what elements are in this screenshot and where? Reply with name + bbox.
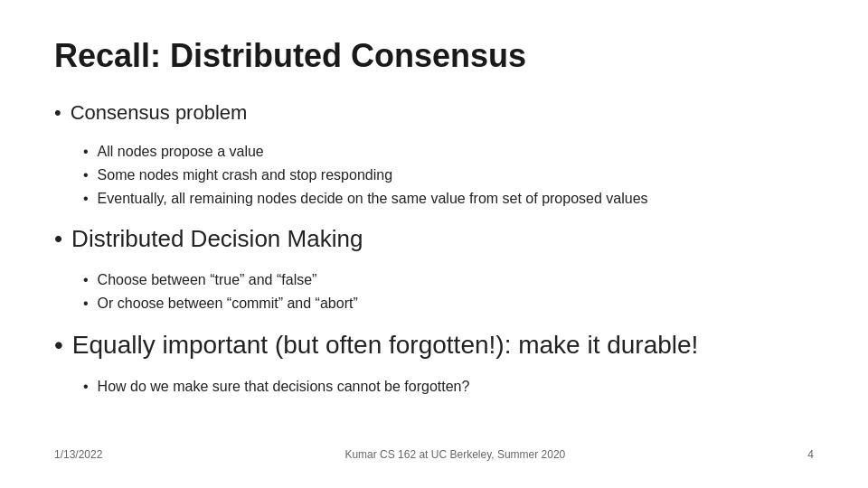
bullet-dot-1: • <box>54 100 61 127</box>
sub-bullet-1-3: • Eventually, all remaining nodes decide… <box>83 188 814 210</box>
sub-bullet-3-1: • How do we make sure that decisions can… <box>83 376 814 398</box>
slide-content: • Consensus problem • All nodes propose … <box>54 100 814 441</box>
slide: Recall: Distributed Consensus • Consensu… <box>0 0 868 488</box>
bullet-equally-important: • Equally important (but often forgotten… <box>54 329 814 361</box>
sub-text-2-2: Or choose between “commit” and “abort” <box>98 293 358 314</box>
sub-text-1-3: Eventually, all remaining nodes decide o… <box>98 188 648 210</box>
sub-dot-1-1: • <box>83 141 89 163</box>
slide-title: Recall: Distributed Consensus <box>54 36 814 75</box>
slide-footer: 1/13/2022 Kumar CS 162 at UC Berkeley, S… <box>54 441 814 461</box>
footer-page: 4 <box>807 448 814 461</box>
bullet-dot-2: • <box>54 224 62 255</box>
sub-dot-1-2: • <box>83 164 89 186</box>
footer-date: 1/13/2022 <box>54 448 102 461</box>
sub-text-2-1: Choose between “true” and “false” <box>98 269 317 291</box>
bullet-label-consensus-problem: Consensus problem <box>71 100 248 127</box>
footer-course: Kumar CS 162 at UC Berkeley, Summer 2020 <box>344 448 565 461</box>
sub-bullets-consensus: • All nodes propose a value • Some nodes… <box>83 141 814 210</box>
bullet-label-distributed-decision: Distributed Decision Making <box>71 224 363 255</box>
sub-bullet-1-2: • Some nodes might crash and stop respon… <box>83 164 814 186</box>
sub-text-1-1: All nodes propose a value <box>98 141 264 163</box>
bullet-label-equally-important: Equally important (but often forgotten!)… <box>72 329 699 361</box>
sub-dot-3-1: • <box>83 376 89 398</box>
sub-bullet-1-1: • All nodes propose a value <box>83 141 814 163</box>
sub-dot-2-2: • <box>83 293 89 314</box>
sub-bullets-decision: • Choose between “true” and “false” • Or… <box>83 269 814 314</box>
bullet-distributed-decision: • Distributed Decision Making <box>54 224 814 255</box>
sub-bullets-durable: • How do we make sure that decisions can… <box>83 376 814 398</box>
sub-bullet-2-1: • Choose between “true” and “false” <box>83 269 814 291</box>
sub-dot-1-3: • <box>83 188 89 210</box>
sub-text-1-2: Some nodes might crash and stop respondi… <box>98 164 392 186</box>
sub-dot-2-1: • <box>83 269 89 291</box>
bullet-dot-3: • <box>54 329 63 361</box>
bullet-consensus-problem: • Consensus problem <box>54 100 814 127</box>
sub-text-3-1: How do we make sure that decisions canno… <box>98 376 470 398</box>
sub-bullet-2-2: • Or choose between “commit” and “abort” <box>83 293 814 314</box>
